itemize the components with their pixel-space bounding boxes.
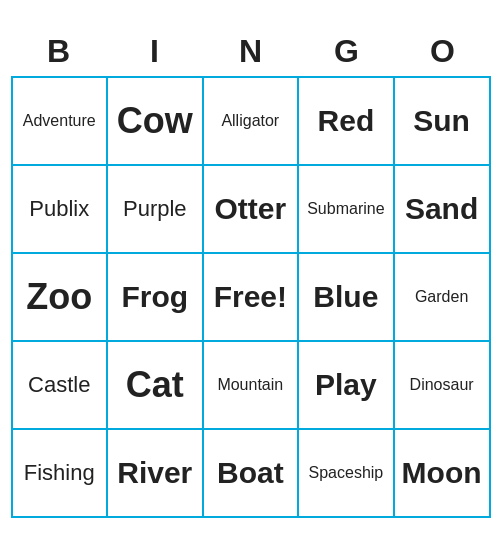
table-row: CastleCatMountainPlayDinosaur — [12, 341, 490, 429]
bingo-cell: Red — [298, 77, 394, 165]
bingo-cell: Otter — [203, 165, 298, 253]
bingo-cell: Blue — [298, 253, 394, 341]
table-row: AdventureCowAlligatorRedSun — [12, 77, 490, 165]
bingo-cell: Play — [298, 341, 394, 429]
table-row: ZooFrogFree!BlueGarden — [12, 253, 490, 341]
bingo-cell: Alligator — [203, 77, 298, 165]
bingo-cell: Mountain — [203, 341, 298, 429]
bingo-cell: Castle — [12, 341, 107, 429]
table-row: FishingRiverBoatSpaceshipMoon — [12, 429, 490, 517]
bingo-cell: Cat — [107, 341, 203, 429]
bingo-cell: Garden — [394, 253, 490, 341]
header-letter: O — [395, 27, 491, 76]
header-letter: B — [11, 27, 107, 76]
bingo-cell: Free! — [203, 253, 298, 341]
bingo-cell: Publix — [12, 165, 107, 253]
bingo-cell: Moon — [394, 429, 490, 517]
bingo-cell: Fishing — [12, 429, 107, 517]
bingo-cell: Boat — [203, 429, 298, 517]
bingo-cell: River — [107, 429, 203, 517]
bingo-header: BINGO — [11, 27, 491, 76]
bingo-cell: Sand — [394, 165, 490, 253]
bingo-cell: Adventure — [12, 77, 107, 165]
bingo-cell: Zoo — [12, 253, 107, 341]
header-letter: N — [203, 27, 299, 76]
bingo-cell: Dinosaur — [394, 341, 490, 429]
bingo-cell: Submarine — [298, 165, 394, 253]
header-letter: G — [299, 27, 395, 76]
bingo-cell: Sun — [394, 77, 490, 165]
bingo-cell: Cow — [107, 77, 203, 165]
bingo-cell: Purple — [107, 165, 203, 253]
bingo-cell: Spaceship — [298, 429, 394, 517]
bingo-cell: Frog — [107, 253, 203, 341]
table-row: PublixPurpleOtterSubmarineSand — [12, 165, 490, 253]
header-letter: I — [107, 27, 203, 76]
bingo-grid: AdventureCowAlligatorRedSunPublixPurpleO… — [11, 76, 491, 518]
